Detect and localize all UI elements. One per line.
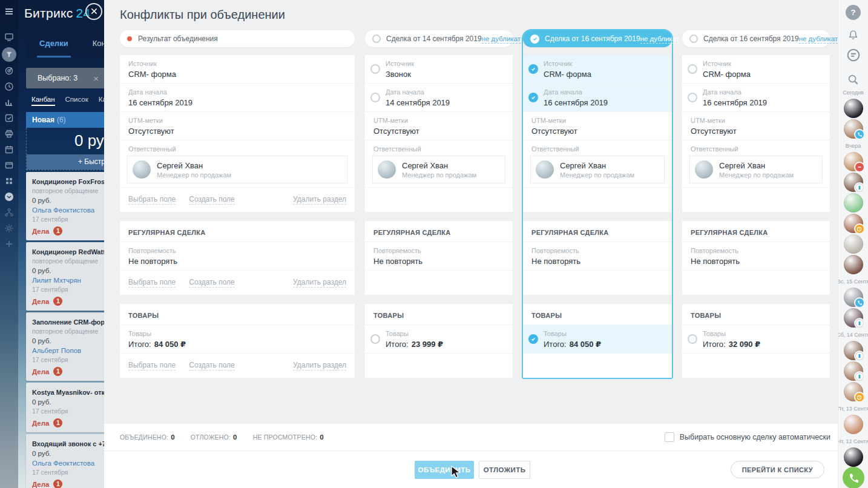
column-header-pill[interactable]: Сделка от 16 сентября 2019не дубликат [523, 30, 672, 47]
card-tasks[interactable]: Дела1 [32, 367, 104, 376]
card-tasks[interactable]: Дела1 [32, 418, 104, 427]
not-duplicate-link[interactable]: не дубликат [482, 35, 521, 44]
contact-avatar[interactable] [844, 308, 863, 328]
merge-button[interactable]: ОБЪЕДИНИТЬ [415, 461, 474, 479]
card-tasks[interactable]: Дела1 [32, 297, 104, 306]
contact-avatar[interactable] [844, 152, 863, 171]
kanban-card[interactable]: Заполнение CRM-формы «Кповторное обращен… [26, 312, 104, 381]
delete-section-link[interactable]: Удалить раздел [293, 195, 346, 205]
field-row[interactable]: ИсточникЗвонок [365, 55, 513, 84]
create-field-link[interactable]: Создать поле [189, 278, 235, 288]
select-field-link[interactable]: Выбрать поле [128, 278, 176, 288]
view-tab-0[interactable]: Канбан [31, 96, 55, 106]
call-button[interactable] [843, 467, 864, 488]
contact-avatar[interactable] [844, 119, 863, 139]
column-header-pill[interactable]: Сделка от 16 сентября 2019не дубликат [682, 30, 830, 47]
field-check-icon[interactable] [528, 64, 538, 74]
field-row[interactable]: ТоварыИтого:23 999 ₽ [365, 325, 513, 354]
add-icon[interactable] [4, 239, 15, 249]
kanban-card[interactable]: Кондиционер RedWatts 60повторное обращен… [26, 242, 104, 311]
card-tasks[interactable]: Дела1 [32, 226, 104, 236]
field-radio[interactable] [688, 64, 697, 74]
contact-avatar[interactable] [844, 341, 863, 360]
contact-avatar[interactable] [844, 382, 863, 401]
field-radio[interactable] [370, 334, 380, 344]
print-icon[interactable] [4, 128, 15, 139]
modal-close-button[interactable] [85, 3, 102, 20]
not-duplicate-link[interactable]: не дубликат [640, 35, 679, 44]
field-row[interactable]: Дата начала16 сентября 2019 [682, 84, 830, 112]
field-radio[interactable] [688, 334, 697, 344]
card-client-link[interactable]: Лилит Мхтчрян [32, 275, 104, 285]
column-radio[interactable] [689, 35, 698, 43]
more-chevron-icon[interactable] [4, 191, 15, 202]
quick-deal-button[interactable]: + Быстрая сделка [27, 154, 104, 170]
kanban-card[interactable]: Kostya Myasnikov- открыта0 руб.17 сентяб… [26, 383, 104, 432]
notifications-icon[interactable] [848, 30, 858, 40]
go-to-list-button[interactable]: ПЕРЕЙТИ К СПИСКУ [731, 461, 824, 478]
tasks-icon[interactable] [4, 113, 15, 124]
field-check-icon[interactable] [528, 334, 538, 344]
target-icon[interactable] [4, 65, 15, 76]
contact-avatar[interactable] [844, 288, 863, 307]
contact-avatar[interactable] [844, 234, 863, 254]
messenger-icon[interactable] [846, 48, 861, 62]
apps-icon[interactable] [4, 176, 15, 186]
field-radio[interactable] [370, 93, 380, 102]
auto-select-checkbox[interactable]: Выбирать основную сделку автоматически [665, 432, 830, 442]
tab-deals[interactable]: Сделки [39, 28, 68, 58]
kanban-card[interactable]: Входящий звонок с +7 9230 руб.Ольга Феок… [26, 434, 104, 488]
contact-avatar[interactable] [844, 193, 863, 213]
field-radio[interactable] [688, 93, 697, 102]
field-row[interactable]: ТоварыИтого:32 090 ₽ [682, 325, 830, 354]
card-client-link[interactable]: Ольга Феоктистова [32, 205, 104, 215]
column-header-pill[interactable]: Результат объединения [120, 30, 355, 47]
time-icon[interactable] [4, 81, 15, 92]
contact-avatar[interactable] [844, 447, 863, 467]
view-tab-1[interactable]: Список [65, 96, 88, 106]
help-button[interactable]: ? [846, 5, 861, 20]
view-tab-2[interactable]: Календарь [99, 96, 104, 106]
live-feed-icon[interactable] [4, 31, 15, 42]
responsible-card[interactable]: Сергей ХванМенеджер по продажам [689, 156, 823, 183]
contact-avatar[interactable] [844, 214, 863, 233]
create-field-link[interactable]: Создать поле [189, 195, 235, 205]
calendar-icon[interactable] [4, 144, 15, 155]
field-row[interactable]: ИсточникCRM- форма [682, 55, 830, 84]
search-icon[interactable] [847, 74, 859, 85]
card-client-link[interactable]: Альберт Попов [32, 346, 104, 355]
crm-funnel-icon[interactable] [2, 47, 16, 62]
responsible-card[interactable]: Сергей ХванМенеджер по продажам [530, 156, 665, 183]
column-radio[interactable] [372, 35, 381, 43]
checkbox-icon[interactable] [665, 432, 674, 442]
responsible-card[interactable]: Сергей ХванМенеджер по продажам [127, 156, 347, 183]
contact-avatar[interactable] [844, 173, 863, 192]
not-duplicate-link[interactable]: не дубликат [799, 35, 838, 44]
contact-avatar[interactable] [844, 361, 863, 381]
field-row[interactable]: ИсточникCRM- форма [523, 55, 672, 84]
menu-icon[interactable] [4, 6, 15, 17]
kanban-card[interactable]: Кондиционер FoxFrost+ 10повторное обраще… [26, 172, 104, 240]
contact-avatar[interactable] [844, 415, 863, 434]
card-client-link[interactable]: Ольга Феоктистова [32, 458, 104, 468]
field-radio[interactable] [370, 64, 380, 74]
clear-selection-icon[interactable]: × [93, 74, 99, 83]
column-header-pill[interactable]: Сделка от 14 сентября 2019не дубликат [365, 30, 513, 47]
contact-avatar[interactable] [844, 255, 863, 274]
contact-avatar[interactable] [844, 99, 863, 118]
delete-section-link[interactable]: Удалить раздел [293, 361, 346, 371]
settings-icon[interactable] [4, 223, 15, 234]
select-field-link[interactable]: Выбрать поле [128, 361, 176, 371]
card-tasks[interactable]: Дела1 [32, 480, 104, 488]
field-row[interactable]: Дата начала16 сентября 2019 [523, 84, 672, 112]
reports-icon[interactable] [4, 97, 15, 108]
delete-section-link[interactable]: Удалить раздел [293, 278, 346, 288]
structure-icon[interactable] [4, 207, 15, 218]
tab-contacts[interactable]: Контакты [93, 28, 104, 58]
postpone-button[interactable]: ОТЛОЖИТЬ [479, 461, 530, 479]
field-check-icon[interactable] [528, 93, 538, 102]
select-field-link[interactable]: Выбрать поле [128, 195, 176, 205]
column-check-icon[interactable] [530, 35, 539, 44]
create-field-link[interactable]: Создать поле [189, 361, 235, 371]
field-row[interactable]: Дата начала14 сентября 2019 [365, 84, 513, 112]
